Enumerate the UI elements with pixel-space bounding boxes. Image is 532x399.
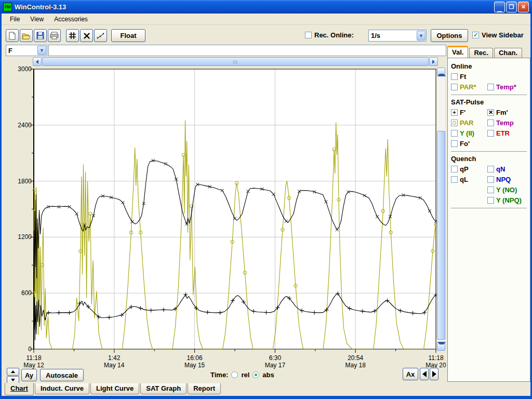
save-button[interactable] (34, 29, 47, 42)
sidebar-tab-chan[interactable]: Chan. (494, 48, 522, 58)
checkbox[interactable] (487, 84, 494, 90)
checkbox[interactable] (487, 187, 494, 193)
title-bar: FM WinControl-3.13 ▁ ❐ ✕ (0, 0, 532, 14)
rate-select[interactable]: 1/s ▼ (368, 30, 427, 42)
ax-button[interactable]: Ax (403, 368, 418, 380)
checkbox[interactable] (487, 197, 494, 204)
menu-item-view[interactable]: View (26, 15, 48, 24)
tab-sat-graph[interactable]: SAT Graph (140, 383, 187, 394)
checkbox-item-f: +F' (451, 109, 487, 116)
save-icon (36, 32, 44, 39)
checkbox-row: Y (NPQ) (451, 196, 527, 204)
scroll-down-icon[interactable] (437, 342, 445, 351)
autoscale-button[interactable]: Autoscale (40, 369, 84, 381)
checkbox-label: Y (II) (460, 129, 474, 137)
scroll-left-icon[interactable] (33, 57, 42, 66)
scroll-right-icon[interactable] (429, 57, 438, 66)
sidebar-panel: OnlineFtPAR*Temp*SAT-Pulse+F'✕Fm'PARTemp… (447, 58, 530, 382)
checkbox-item-ft: Ft (451, 73, 487, 81)
checkbox-row: qPqN (451, 165, 527, 173)
time-abs-label: abs (262, 371, 274, 379)
new-file-button[interactable] (6, 29, 19, 42)
toolbar: Float Rec. Online: 1/s ▼ Options ✓ View … (2, 27, 530, 45)
chart-plot[interactable] (30, 69, 438, 355)
checkbox[interactable] (451, 119, 458, 126)
h-scroll-thumb[interactable]: ||| (42, 57, 429, 66)
delete-curve-button[interactable] (80, 29, 93, 42)
tab-induct--curve[interactable]: Induct. Curve (35, 383, 89, 394)
options-button[interactable]: Options (431, 29, 468, 42)
checkbox[interactable]: + (451, 109, 458, 116)
empty-cell (487, 140, 524, 148)
empty-cell (451, 186, 487, 194)
checkbox[interactable] (487, 166, 494, 172)
chevron-down-icon[interactable]: ▼ (37, 46, 46, 55)
menu-item-file[interactable]: File (6, 15, 24, 24)
checkbox[interactable] (451, 84, 458, 90)
checkbox[interactable] (451, 176, 458, 183)
tab-report[interactable]: Report (188, 383, 221, 394)
ay-button[interactable]: Ay (21, 369, 37, 381)
checkbox[interactable] (451, 73, 458, 80)
grid-icon (69, 32, 76, 39)
checkbox-item-npq: NPQ (487, 176, 524, 183)
float-button[interactable]: Float (111, 29, 145, 42)
open-file-button[interactable] (20, 29, 33, 42)
checkbox[interactable] (487, 130, 494, 137)
checkbox[interactable] (487, 176, 494, 183)
grid-button[interactable] (66, 29, 79, 42)
rec-online-checkbox[interactable] (305, 32, 312, 38)
restore-button[interactable]: ❐ (506, 2, 517, 12)
new-file-icon (8, 32, 16, 40)
checkbox-item-qp: qP (451, 165, 487, 173)
checkbox[interactable]: ✕ (487, 109, 494, 116)
checkbox-item-ql: qL (451, 176, 487, 183)
section-title: SAT-Pulse (451, 98, 527, 106)
minimize-button[interactable]: ▁ (494, 2, 505, 12)
checkbox[interactable] (451, 140, 458, 147)
sidebar-tab-rec[interactable]: Rec. (469, 48, 493, 58)
checkbox-item-yno: Y (NO) (487, 186, 524, 194)
x-pan-right-button[interactable] (430, 368, 438, 380)
print-button[interactable] (48, 29, 61, 42)
checkbox[interactable] (451, 166, 458, 172)
checkbox-label: qN (496, 165, 505, 173)
menu-item-accessories[interactable]: Accessories (50, 15, 92, 24)
open-file-icon (22, 32, 31, 39)
value-field[interactable] (48, 45, 446, 56)
checkbox-label: PAR* (460, 83, 476, 91)
view-tabs: ChartInduct. CurveLight CurveSAT GraphRe… (2, 383, 530, 395)
h-scroll-track[interactable]: ||| (42, 57, 429, 66)
checkbox-row: Y (II)ETR (451, 129, 527, 137)
y-axis-label: 3000 (9, 65, 32, 73)
time-rel-radio[interactable] (231, 371, 238, 378)
checkbox-item-yii: Y (II) (451, 129, 487, 137)
tab-light-curve[interactable]: Light Curve (90, 383, 139, 394)
y-pan-up-button[interactable] (7, 368, 19, 376)
y-axis-label: 1800 (9, 178, 32, 185)
scroll-up-icon[interactable] (437, 68, 445, 76)
curve-button[interactable] (94, 29, 107, 42)
checkbox-item-ynpq: Y (NPQ) (487, 196, 524, 204)
checkbox[interactable] (487, 119, 494, 126)
checkbox-label: NPQ (496, 176, 511, 183)
checkbox-row: Y (NO) (451, 186, 527, 194)
v-scroll-thumb[interactable] (437, 131, 445, 340)
app-window: FM WinControl-3.13 ▁ ❐ ✕ FileViewAccesso… (0, 0, 532, 399)
empty-cell (487, 73, 524, 81)
tab-chart[interactable]: Chart (5, 383, 34, 395)
checkbox-item-fo: Fo' (451, 140, 487, 148)
time-abs-radio[interactable] (252, 371, 259, 378)
separator (451, 151, 527, 152)
checkbox-item-temp: Temp (487, 119, 524, 127)
checkbox-label: Fo' (460, 140, 470, 148)
chevron-down-icon[interactable]: ▼ (417, 31, 425, 41)
checkbox-label: Y (NO) (496, 186, 517, 194)
checkbox[interactable] (451, 130, 458, 137)
close-button[interactable]: ✕ (518, 2, 529, 12)
checkbox-item-etr: ETR (487, 129, 524, 137)
x-pan-left-button[interactable] (420, 368, 429, 380)
view-sidebar-checkbox[interactable]: ✓ (472, 32, 479, 38)
sidebar-tab-val[interactable]: Val. (447, 46, 468, 58)
channel-select[interactable]: F ▼ (6, 45, 47, 56)
